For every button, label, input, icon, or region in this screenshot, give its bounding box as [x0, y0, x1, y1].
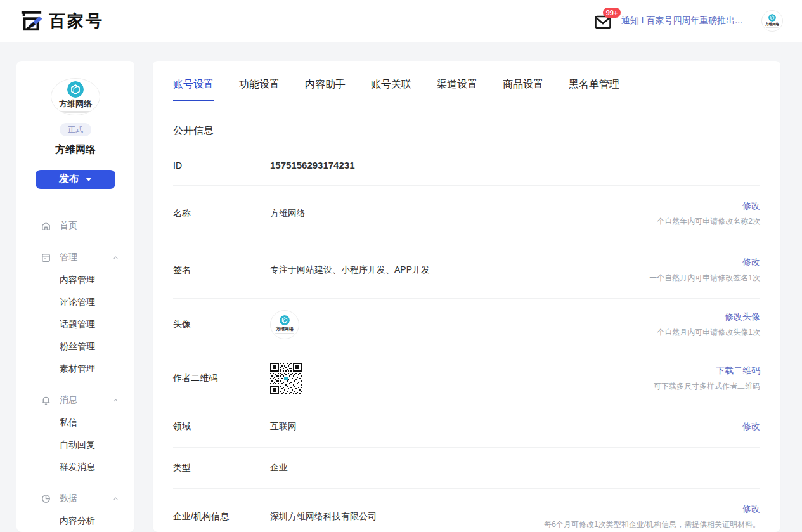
row-label: 签名 [173, 264, 270, 276]
sidebar-item-private-messages[interactable]: 私信 [16, 412, 134, 434]
top-header: 百家号 99+ 通知 I 百家号四周年重磅推出... 方维网络 [0, 0, 802, 42]
modify-org-info-link[interactable]: 修改 [742, 503, 760, 515]
avatar-subtext-decoration [766, 27, 779, 28]
row-field: 领域 互联网 修改 [173, 406, 760, 448]
row-id: ID 1575156293174231 [173, 145, 760, 186]
notifications-mail-button[interactable]: 99+ [595, 13, 612, 29]
account-name: 方维网络 [55, 143, 96, 157]
row-label: 类型 [173, 462, 270, 474]
row-helper-text: 每6个月可修改1次类型和企业/机构信息，需提供相关证明材料。 [544, 519, 760, 530]
sidebar-group-label: 管理 [60, 252, 77, 263]
settings-panel: 账号设置 功能设置 内容助手 账号关联 渠道设置 商品设置 黑名单管理 公开信息… [153, 61, 780, 532]
home-icon [41, 221, 51, 231]
row-type: 类型 企业 [173, 448, 760, 489]
tab-channel-settings[interactable]: 渠道设置 [437, 78, 477, 101]
avatar-subtext-decoration [275, 333, 294, 334]
bell-icon [41, 395, 51, 406]
baijiahao-logo-icon [19, 10, 43, 32]
row-label: 名称 [173, 208, 270, 219]
row-signature: 签名 专注于网站建设、小程序开发、APP开发 修改 一个自然月内可申请修改签名1… [173, 242, 760, 299]
modify-avatar-link[interactable]: 修改头像 [725, 311, 760, 323]
status-badge: 正式 [60, 123, 91, 136]
tab-account-linking[interactable]: 账号关联 [371, 78, 411, 101]
sidebar-item-topic-manage[interactable]: 话题管理 [16, 313, 134, 335]
publish-button-label: 发布 [59, 172, 79, 186]
row-label: ID [173, 160, 270, 171]
notification-link[interactable]: 通知 I 百家号四周年重磅推出... [621, 15, 742, 27]
sidebar-item-auto-reply[interactable]: 自动回复 [16, 434, 134, 456]
sidebar-item-mass-messages[interactable]: 群发消息 [16, 456, 134, 478]
header-user-avatar[interactable]: 方维网络 [761, 10, 783, 32]
manage-icon [41, 252, 51, 263]
sidebar: 方维网络 正式 方维网络 发布 首页 管理 [16, 61, 134, 532]
avatar-brand-icon [280, 315, 290, 325]
modify-signature-link[interactable]: 修改 [742, 257, 760, 268]
chevron-up-icon [112, 254, 119, 261]
tab-account-settings[interactable]: 账号设置 [173, 78, 214, 101]
download-qrcode-link[interactable]: 下载二维码 [716, 365, 760, 377]
sidebar-item-fans-manage[interactable]: 粉丝管理 [16, 335, 134, 358]
sidebar-group-label: 消息 [60, 394, 77, 406]
sidebar-group-messages[interactable]: 消息 [16, 389, 134, 412]
sidebar-item-home[interactable]: 首页 [16, 214, 134, 237]
modify-field-link[interactable]: 修改 [742, 421, 760, 432]
tab-product-settings[interactable]: 商品设置 [503, 78, 543, 101]
row-value: 互联网 [270, 421, 742, 432]
row-org-info: 企业/机构信息 深圳方维网络科技有限公司 修改 每6个月可修改1次类型和企业/机… [173, 489, 760, 532]
sidebar-group-label: 数据 [60, 493, 77, 504]
tab-blacklist-manage[interactable]: 黑名单管理 [569, 78, 619, 101]
caret-down-icon [86, 178, 92, 181]
profile-avatar-image: 方维网络 [270, 310, 299, 339]
baijiahao-logo[interactable]: 百家号 [19, 10, 104, 32]
row-label: 企业/机构信息 [173, 511, 270, 522]
account-avatar[interactable]: 方维网络 [51, 78, 100, 115]
settings-tabs: 账号设置 功能设置 内容助手 账号关联 渠道设置 商品设置 黑名单管理 [173, 78, 760, 101]
row-value: 专注于网站建设、小程序开发、APP开发 [270, 264, 649, 276]
row-name: 名称 方维网络 修改 一个自然年内可申请修改名称2次 [173, 186, 760, 242]
row-label: 头像 [173, 319, 270, 330]
pie-chart-icon [41, 493, 51, 504]
sidebar-group-manage[interactable]: 管理 [16, 246, 134, 269]
avatar-brand-icon [67, 81, 84, 98]
section-title-public-info: 公开信息 [173, 124, 760, 138]
logo-text: 百家号 [49, 10, 104, 32]
avatar-label: 方维网络 [765, 22, 779, 26]
row-value: 深圳方维网络科技有限公司 [270, 511, 544, 522]
chevron-up-icon [112, 397, 119, 404]
account-id-value: 1575156293174231 [270, 160, 760, 171]
avatar-label: 方维网络 [276, 327, 294, 332]
row-qrcode: 作者二维码 [173, 351, 760, 406]
publish-button[interactable]: 发布 [36, 170, 115, 189]
sidebar-item-content-analysis[interactable]: 内容分析 [16, 510, 134, 532]
row-label: 作者二维码 [173, 373, 270, 384]
sidebar-item-material-manage[interactable]: 素材管理 [16, 358, 134, 380]
row-value: 企业 [270, 462, 760, 474]
sidebar-menu: 首页 管理 内容管理 评论管理 话题管理 粉丝管理 素材管理 [16, 202, 134, 532]
tab-function-settings[interactable]: 功能设置 [239, 78, 280, 101]
avatar-label: 方维网络 [59, 100, 92, 109]
notification-count-badge: 99+ [603, 8, 621, 18]
row-helper-text: 一个自然月内可申请修改签名1次 [649, 273, 760, 283]
sidebar-group-data[interactable]: 数据 [16, 487, 134, 510]
sidebar-item-comment-manage[interactable]: 评论管理 [16, 291, 134, 313]
avatar-brand-icon [768, 14, 776, 22]
sidebar-item-label: 首页 [60, 220, 77, 231]
row-avatar: 头像 方维网络 修改头像 一个自然月内可申请修改头像1次 [173, 299, 760, 351]
chevron-up-icon [112, 495, 119, 502]
sidebar-item-content-manage[interactable]: 内容管理 [16, 269, 134, 291]
modify-name-link[interactable]: 修改 [742, 200, 760, 212]
row-helper-text: 一个自然月内可申请修改头像1次 [649, 327, 760, 338]
tab-content-assistant[interactable]: 内容助手 [305, 78, 346, 101]
qr-code-image [270, 363, 302, 394]
row-label: 领域 [173, 421, 270, 432]
row-value: 方维网络 [270, 208, 649, 219]
avatar-subtext-decoration [58, 111, 93, 113]
row-helper-text: 可下载多尺寸多样式作者二维码 [654, 381, 760, 392]
row-helper-text: 一个自然年内可申请修改名称2次 [649, 216, 760, 227]
